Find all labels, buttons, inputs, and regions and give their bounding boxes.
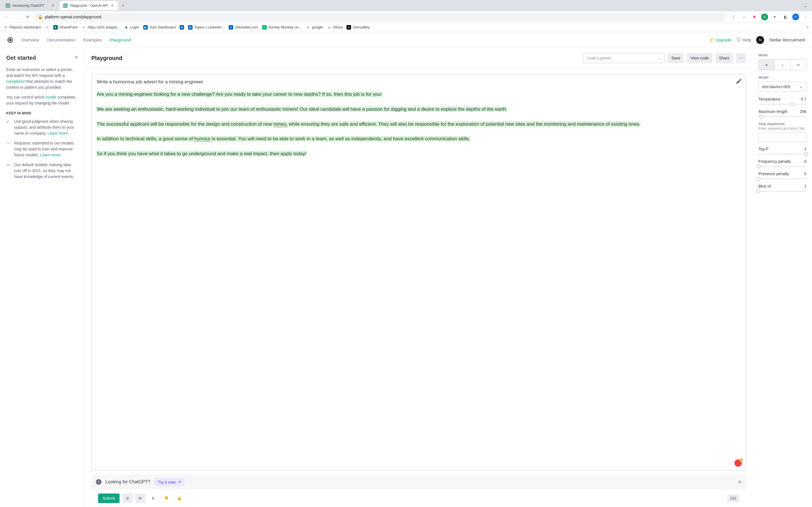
best-value: 1 [804, 184, 806, 188]
forward-button[interactable]: → [13, 13, 21, 21]
view-code-button[interactable]: View code [687, 53, 712, 63]
pres-value: 0 [804, 172, 806, 176]
tab-title: Introducing ChatGPT [12, 4, 49, 8]
best-slider[interactable] [758, 191, 806, 192]
token-count: 192 [727, 494, 739, 502]
try-it-now-button[interactable]: Try it now↗ [154, 478, 185, 486]
close-icon[interactable]: ✕ [51, 3, 55, 8]
nav-playground[interactable]: Playground [110, 38, 131, 42]
reload-button[interactable]: ⟳ [24, 13, 32, 21]
temperature-slider[interactable] [758, 104, 806, 105]
openai-logo-icon[interactable] [7, 37, 13, 43]
mode-insert[interactable]: ⤓ [774, 60, 790, 70]
submit-button[interactable]: Submit [98, 494, 119, 503]
calendar-icon: ▭ [6, 163, 11, 180]
external-link-icon: ↗ [177, 480, 181, 485]
bookmark-google[interactable]: Ggoogle [306, 25, 323, 30]
maxlen-slider[interactable] [758, 116, 806, 117]
upgrade-button[interactable]: ⚡Upgrade [709, 38, 732, 43]
prompt-editor[interactable]: 🎤 Write a humorous job advert for a mini… [91, 74, 746, 470]
bookmark-sharepoint[interactable]: SSharePoint [53, 25, 78, 30]
avatar[interactable]: N [756, 36, 764, 44]
bookmarks-overflow-icon[interactable]: » [807, 25, 809, 29]
pres-label: Presence penalty [758, 172, 789, 176]
bookmark-solvsafety[interactable]: SSolvsafety [347, 25, 370, 30]
bookmark-linkedin[interactable]: in [180, 25, 184, 30]
menu-icon[interactable]: ⋮ [802, 13, 810, 21]
mode-complete[interactable]: ≡ [759, 60, 774, 70]
org-name: Stellar Recruitment [769, 38, 805, 42]
grammarly-icon[interactable]: G [761, 13, 768, 20]
freq-slider[interactable] [758, 166, 806, 167]
tab-overflow-icon[interactable]: ⌄ [802, 2, 810, 9]
completion-text: Are you a mining engineer looking for a … [97, 91, 741, 158]
model-select[interactable]: text-davinci-003 ⌄ [758, 82, 806, 92]
topp-label: Top P [758, 147, 769, 151]
tip-attribution: ➶ Use good judgment when sharing outputs… [6, 119, 78, 136]
share-button[interactable]: Share [715, 53, 733, 63]
bookmark-dashboard[interactable]: ▶Your Dashboard [143, 25, 175, 30]
url-input[interactable]: 🔒 platform.openai.com/playground [35, 13, 726, 21]
nav-documentation[interactable]: Documentation [47, 38, 75, 42]
bookmark-adapto[interactable]: Ahttps://a31.adapto... [82, 25, 120, 30]
bookmark-item[interactable]: ✕ [45, 25, 49, 30]
close-icon[interactable]: ✕ [110, 3, 114, 8]
model-label: Model [758, 75, 806, 79]
bookmark-login[interactable]: ◉Login [124, 25, 139, 30]
pres-slider[interactable] [758, 178, 806, 179]
back-button[interactable]: ← [2, 13, 10, 21]
preset-select[interactable]: Load a preset... ⌄ [583, 53, 665, 63]
bookmark-jobadder[interactable]: JJobAdder.com [229, 25, 258, 30]
stop-sequences-input[interactable] [758, 132, 806, 142]
help-button[interactable]: ⓘHelp [737, 37, 751, 43]
freq-value: 0 [804, 159, 806, 164]
new-tab-button[interactable]: ＋ [119, 2, 127, 10]
share-icon[interactable]: ⤴ [729, 13, 737, 21]
browser-tab-bar: ⬡ Introducing ChatGPT ✕ ⬡ Playground - O… [0, 0, 812, 11]
microphone-icon[interactable]: 🎤 [736, 78, 742, 85]
prompt-text: Write a humorous job advert for a mining… [97, 78, 741, 86]
topp-slider[interactable] [758, 154, 806, 155]
model-link[interactable]: model [46, 95, 56, 100]
record-badge-icon[interactable] [734, 459, 742, 467]
learn-more-link[interactable]: Learn more [40, 153, 61, 157]
bookmark-surveymonkey[interactable]: ✓Survey Monkey on... [262, 25, 302, 30]
mode-toggle: ≡ ⤓ ⇄ [758, 59, 806, 70]
thumbs-up-button[interactable]: 👍 [174, 494, 185, 503]
close-icon[interactable]: ✕ [74, 55, 78, 60]
download-icon: ⤓ [781, 63, 784, 67]
bookmark-reports[interactable]: ✱Reports dashboard [3, 25, 41, 30]
topp-value: 1 [804, 147, 806, 151]
bars-icon: ≡ [765, 63, 768, 67]
mode-label: Mode [758, 53, 806, 57]
bookmark-topics[interactable]: inTopics | LinkedIn... [188, 25, 224, 30]
thumbs-down-button[interactable]: 👎 [161, 494, 171, 503]
stop-hint: Enter sequence and press Tab [758, 126, 806, 130]
save-button[interactable]: Save [668, 53, 684, 63]
history-button[interactable]: ↻ [148, 494, 158, 503]
undo-button[interactable]: ↺ [122, 494, 133, 503]
close-icon[interactable]: ✕ [738, 480, 742, 485]
bookmark-altora[interactable]: ▲Altora [327, 25, 343, 30]
activity-icon: 〰 [6, 141, 11, 158]
nav-overview[interactable]: Overview [21, 38, 39, 42]
profile-avatar[interactable]: ST [792, 13, 799, 20]
browser-tab-chatgpt[interactable]: ⬡ Introducing ChatGPT ✕ [2, 1, 59, 10]
regenerate-button[interactable]: ⟳ [135, 494, 146, 503]
mode-edit[interactable]: ⇄ [790, 60, 806, 70]
sidebar-intro: Enter an instruction or select a preset,… [6, 67, 78, 91]
star-icon[interactable]: ☆ [740, 13, 748, 21]
nav-examples[interactable]: Examples [83, 38, 102, 42]
learn-more-link[interactable]: Learn more [48, 131, 68, 135]
browser-tab-playground[interactable]: ⬡ Playground - OpenAI API ✕ [60, 1, 118, 10]
bolt-icon: ⚡ [709, 38, 714, 43]
thumbs-down-icon: 👎 [164, 496, 168, 501]
extension-icon[interactable]: ❋ [751, 13, 758, 21]
more-button[interactable]: ⋯ [736, 53, 746, 63]
settings-rail: Mode ≡ ⤓ ⇄ Model text-davinci-003 ⌄ Temp… [753, 48, 812, 507]
extensions-icon[interactable]: ✦ [771, 13, 779, 21]
sidepanel-icon[interactable]: ◧ [781, 13, 790, 21]
get-started-panel: Get started ✕ Enter an instruction or se… [0, 48, 85, 507]
completion-link[interactable]: completion [6, 79, 26, 83]
more-icon: ⋯ [739, 56, 743, 60]
